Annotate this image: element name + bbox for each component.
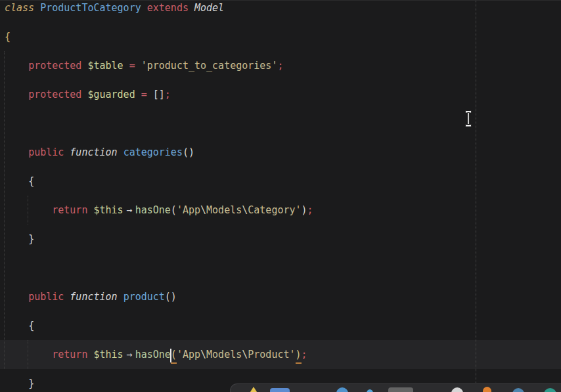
- code-token: protected: [28, 60, 81, 72]
- code-token: [123, 60, 129, 72]
- code-token: →: [123, 340, 135, 369]
- code-token: extends: [147, 2, 189, 14]
- blue-window-icon[interactable]: [270, 388, 290, 392]
- code-token: $guarded: [87, 89, 135, 100]
- ruler-line: [476, 1, 476, 392]
- code-line[interactable]: }: [0, 225, 561, 253]
- code-token: ): [302, 204, 307, 216]
- code-line[interactable]: public function categories(): [0, 138, 561, 167]
- code-token: public: [28, 291, 64, 303]
- code-token: ;: [307, 204, 313, 216]
- code-line[interactable]: protected $table = 'product_to_categorie…: [0, 51, 561, 80]
- code-line[interactable]: {: [0, 311, 561, 340]
- code-token: {: [5, 31, 11, 43]
- code-line-current[interactable]: return $this→hasOne('App\Models\Product'…: [0, 340, 561, 369]
- code-token: [5, 291, 28, 303]
- code-token: function: [70, 146, 117, 158]
- teal-circle-app-icon[interactable]: [544, 388, 556, 392]
- code-line[interactable]: {: [0, 167, 561, 196]
- code-area[interactable]: class ProductToCategory extends Model{ p…: [0, 0, 561, 392]
- code-token: [141, 2, 147, 14]
- code-token: }: [28, 233, 34, 245]
- code-token: [64, 291, 70, 303]
- code-token: [5, 233, 28, 245]
- code-token: $this: [93, 349, 123, 360]
- code-token: ;: [302, 349, 307, 360]
- code-line[interactable]: [0, 109, 561, 138]
- orange-dot-icon[interactable]: [483, 387, 491, 392]
- code-token: (): [183, 146, 194, 158]
- indent-guide: [28, 196, 28, 225]
- code-token: (): [165, 291, 177, 303]
- code-token: (: [171, 349, 177, 364]
- code-line[interactable]: return $this→hasOne('App\Models\Category…: [0, 196, 561, 225]
- blue-circle-app-icon[interactable]: [336, 387, 348, 392]
- code-token: hasOne: [135, 204, 171, 216]
- code-token: return: [52, 349, 87, 360]
- code-token: hasOne: [135, 349, 171, 360]
- code-line[interactable]: protected $guarded = [];: [0, 80, 561, 109]
- code-token: $this: [93, 204, 123, 216]
- code-token: class: [5, 2, 34, 14]
- code-token: [135, 60, 141, 72]
- code-token: protected: [28, 89, 81, 100]
- code-token: [5, 378, 28, 389]
- code-token: =: [129, 60, 135, 72]
- code-token: 'App: [177, 204, 200, 216]
- code-token: [5, 204, 52, 216]
- indent-guide: [4, 51, 5, 369]
- code-token: categories: [123, 146, 183, 158]
- code-editor[interactable]: class ProductToCategory extends Model{ p…: [0, 0, 561, 392]
- dock: [230, 383, 561, 392]
- code-token: \: [242, 349, 248, 360]
- code-token: (: [171, 204, 177, 216]
- code-token: [64, 146, 70, 158]
- code-token: public: [28, 146, 64, 158]
- code-token: ;: [277, 60, 283, 72]
- code-token: [135, 89, 141, 100]
- code-token: [5, 320, 28, 332]
- code-token: \: [200, 349, 206, 360]
- code-token: [5, 175, 28, 187]
- code-token: Model: [194, 2, 224, 14]
- code-token: Category': [248, 204, 301, 216]
- code-line[interactable]: public function product(): [0, 282, 561, 311]
- code-token: []: [153, 89, 165, 100]
- code-token: \: [242, 204, 248, 216]
- code-token: Models: [206, 349, 242, 360]
- code-token: [118, 291, 123, 303]
- steelblue-circle-icon[interactable]: [512, 388, 524, 392]
- code-token: [5, 349, 52, 360]
- code-token: 'App: [177, 349, 200, 360]
- small-blue-drop-icon[interactable]: [367, 389, 373, 392]
- code-token: ): [296, 349, 302, 364]
- code-token: return: [52, 204, 87, 216]
- code-token: Product': [248, 349, 295, 360]
- code-token: {: [28, 175, 34, 187]
- code-line[interactable]: class ProductToCategory extends Model: [0, 0, 561, 22]
- code-token: 'product_to_categories': [141, 60, 278, 72]
- code-token: [118, 146, 123, 158]
- code-token: \: [200, 204, 206, 216]
- code-token: {: [28, 320, 34, 332]
- code-token: [147, 89, 153, 100]
- code-line[interactable]: [0, 253, 561, 282]
- code-token: [189, 2, 194, 14]
- gray-panel-icon[interactable]: [388, 387, 413, 392]
- yellow-pointer-icon[interactable]: [249, 387, 258, 392]
- code-token: function: [70, 291, 117, 303]
- indent-guide: [28, 340, 28, 369]
- code-token: }: [28, 378, 34, 389]
- code-token: →: [123, 196, 135, 225]
- code-token: ;: [165, 89, 171, 100]
- code-token: [5, 89, 28, 100]
- code-token: product: [123, 291, 165, 303]
- code-token: [5, 146, 28, 158]
- code-token: ProductToCategory: [40, 2, 141, 14]
- i-beam-pointer-icon: [465, 110, 472, 127]
- code-token: $table: [87, 60, 123, 72]
- code-line[interactable]: {: [0, 22, 561, 51]
- code-token: =: [141, 89, 147, 100]
- white-circle-app-icon[interactable]: [451, 387, 463, 392]
- code-token: [5, 60, 28, 72]
